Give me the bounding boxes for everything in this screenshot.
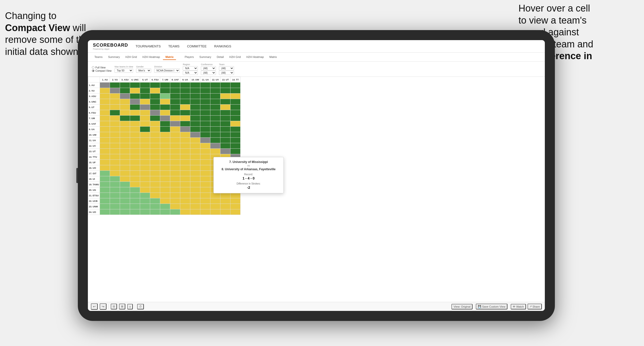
tab-summary2[interactable]: Summary xyxy=(197,54,214,60)
cell-16-6[interactable] xyxy=(150,165,160,171)
cell-20-1[interactable] xyxy=(100,187,110,193)
cell-9-10[interactable] xyxy=(190,127,200,132)
full-view-radio[interactable] xyxy=(92,66,94,69)
cell-5-1[interactable] xyxy=(100,105,110,110)
cell-19-6[interactable] xyxy=(150,182,160,187)
watch-button[interactable]: 👁 Watch xyxy=(511,304,526,309)
cell-8-10[interactable] xyxy=(190,121,200,127)
cell-7-8[interactable] xyxy=(170,116,180,121)
cell-24-1[interactable] xyxy=(100,209,110,215)
conference-select2[interactable]: (All) xyxy=(201,71,216,75)
cell-11-8[interactable] xyxy=(170,138,180,143)
cell-3-12[interactable] xyxy=(210,94,220,99)
cell-22-3[interactable] xyxy=(120,198,130,204)
cell-13-3[interactable] xyxy=(120,149,130,154)
cell-6-1[interactable] xyxy=(100,110,110,116)
cell-10-14[interactable] xyxy=(230,132,241,138)
cell-17-9[interactable] xyxy=(180,171,190,176)
cell-24-4[interactable] xyxy=(130,209,140,215)
cell-3-10[interactable] xyxy=(190,94,200,99)
tab-matrix2[interactable]: Matrix xyxy=(267,54,279,60)
cell-18-3[interactable] xyxy=(120,176,130,182)
cell-10-7[interactable] xyxy=(160,132,170,138)
cell-16-11[interactable] xyxy=(200,165,210,171)
cell-15-2[interactable] xyxy=(110,160,120,165)
cell-24-14[interactable] xyxy=(230,209,241,215)
cell-16-8[interactable] xyxy=(170,165,180,171)
cell-2-7[interactable] xyxy=(160,88,170,94)
cell-16-4[interactable] xyxy=(130,165,140,171)
cell-12-13[interactable] xyxy=(220,143,230,149)
cell-2-11[interactable] xyxy=(200,88,210,94)
cell-12-12[interactable] xyxy=(210,143,220,149)
cell-22-8[interactable] xyxy=(170,198,180,204)
cell-5-8[interactable] xyxy=(170,105,180,110)
cell-6-14[interactable] xyxy=(230,110,241,116)
cell-22-12[interactable] xyxy=(210,198,220,204)
cell-14-1[interactable] xyxy=(100,154,110,160)
cell-7-1[interactable] xyxy=(100,116,110,121)
cell-12-5[interactable] xyxy=(140,143,150,149)
cell-23-12[interactable] xyxy=(210,204,220,209)
cell-6-4[interactable] xyxy=(130,110,140,116)
cell-21-9[interactable] xyxy=(180,193,190,198)
cell-21-10[interactable] xyxy=(190,193,200,198)
cell-6-2[interactable] xyxy=(110,110,120,116)
cell-6-10[interactable] xyxy=(190,110,200,116)
cell-23-6[interactable] xyxy=(150,204,160,209)
cell-4-3[interactable] xyxy=(120,99,130,105)
cell-18-8[interactable] xyxy=(170,176,180,182)
cell-3-13[interactable] xyxy=(220,94,230,99)
max-teams-select[interactable]: Top 50 xyxy=(114,68,133,73)
cell-1-1[interactable] xyxy=(100,82,110,88)
share-button[interactable]: ↗ Share xyxy=(528,304,542,309)
cell-9-7[interactable] xyxy=(160,127,170,132)
cell-20-5[interactable] xyxy=(140,187,150,193)
cell-4-6[interactable] xyxy=(150,99,160,105)
cell-3-3[interactable] xyxy=(120,94,130,99)
cell-1-12[interactable] xyxy=(210,82,220,88)
cell-12-2[interactable] xyxy=(110,143,120,149)
tab-h2h-heatmap2[interactable]: H2H Heatmap xyxy=(244,54,266,60)
cell-24-12[interactable] xyxy=(210,209,220,215)
cell-15-6[interactable] xyxy=(150,160,160,165)
cell-12-7[interactable] xyxy=(160,143,170,149)
cell-13-13[interactable] xyxy=(220,149,230,154)
cell-24-2[interactable] xyxy=(110,209,120,215)
cell-23-1[interactable] xyxy=(100,204,110,209)
cell-7-10[interactable] xyxy=(190,116,200,121)
cell-23-3[interactable] xyxy=(120,204,130,209)
cell-5-2[interactable] xyxy=(110,105,120,110)
cell-12-11[interactable] xyxy=(200,143,210,149)
cell-2-8[interactable] xyxy=(170,88,180,94)
cell-12-1[interactable] xyxy=(100,143,110,149)
cell-9-13[interactable] xyxy=(220,127,230,132)
cell-18-10[interactable] xyxy=(190,176,200,182)
cell-2-14[interactable] xyxy=(230,88,241,94)
cell-3-9[interactable] xyxy=(180,94,190,99)
cell-12-4[interactable] xyxy=(130,143,140,149)
cell-23-4[interactable] xyxy=(130,204,140,209)
cell-21-11[interactable] xyxy=(200,193,210,198)
cell-13-14[interactable] xyxy=(230,149,241,154)
view-original-button[interactable]: View: Original xyxy=(451,304,473,309)
cell-3-8[interactable] xyxy=(170,94,180,99)
nav-rankings[interactable]: RANKINGS xyxy=(214,43,231,49)
cell-8-1[interactable] xyxy=(100,121,110,127)
cell-6-5[interactable] xyxy=(140,110,150,116)
cell-17-10[interactable] xyxy=(190,171,200,176)
cell-2-2[interactable] xyxy=(110,88,120,94)
cell-1-7[interactable] xyxy=(160,82,170,88)
cell-8-9[interactable] xyxy=(180,121,190,127)
cell-1-8[interactable] xyxy=(170,82,180,88)
cell-11-7[interactable] xyxy=(160,138,170,143)
cell-23-7[interactable] xyxy=(160,204,170,209)
cell-7-6[interactable] xyxy=(150,116,160,121)
cell-2-1[interactable] xyxy=(100,88,110,94)
cell-1-3[interactable] xyxy=(120,82,130,88)
cell-15-4[interactable] xyxy=(130,160,140,165)
save-custom-button[interactable]: 💾 Save Custom View xyxy=(476,304,507,309)
cell-18-4[interactable] xyxy=(130,176,140,182)
cell-18-6[interactable] xyxy=(150,176,160,182)
cell-5-6[interactable] xyxy=(150,105,160,110)
